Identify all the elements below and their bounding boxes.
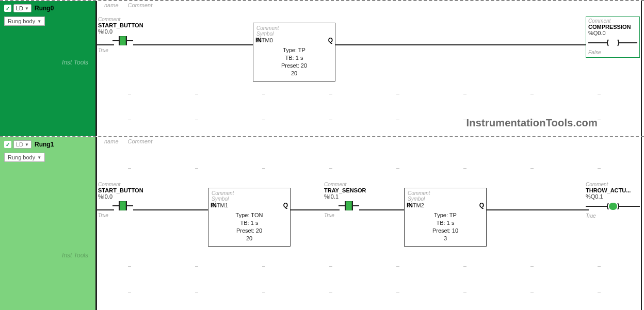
timer-in-pin: IN xyxy=(407,202,413,209)
rung0-name[interactable]: Rung0 xyxy=(35,5,54,12)
timer-tb-lbl: TB: xyxy=(285,55,294,61)
rung0-sidebar: ✓ LD ▼ Rung0 Rung body ▼ Inst Tools xyxy=(0,1,95,136)
rung1-name[interactable]: Rung1 xyxy=(35,141,54,148)
contact-tray-sensor[interactable]: Comment TRAY_SENSOR %I0.1 True xyxy=(324,182,366,218)
chevron-down-icon: ▼ xyxy=(25,6,29,11)
col-comment: Comment xyxy=(128,2,153,8)
contact-state: True xyxy=(98,47,143,53)
timer-in-pin: IN xyxy=(211,202,217,209)
timer-type-lbl: Type: xyxy=(283,47,297,53)
rung1-body-dropdown[interactable]: Rung body ▼ xyxy=(4,153,45,162)
timer-type-lbl: Type: xyxy=(434,212,448,218)
rung1-enable-check[interactable]: ✓ xyxy=(4,141,11,148)
wire xyxy=(133,209,208,210)
contact-comment: Comment xyxy=(98,182,143,187)
timer-symbol-hint: Symbol xyxy=(212,196,287,202)
timer-current: 20 xyxy=(256,70,332,77)
watermark: InstrumentationTools.com xyxy=(466,117,598,129)
contact-state: True xyxy=(324,213,366,218)
timer-symbol: %TM1 xyxy=(212,202,287,208)
rung0-enable-check[interactable]: ✓ xyxy=(4,5,11,12)
contact-start-button[interactable]: Comment START_BUTTON %I0.0 True xyxy=(98,17,143,53)
watermark-small: Inst Tools xyxy=(62,59,88,66)
contact-symbol: START_BUTTON xyxy=(98,22,143,28)
contact-symbol: TRAY_SENSOR xyxy=(324,187,366,193)
chevron-down-icon: ▼ xyxy=(37,155,41,160)
timer-tm1[interactable]: Comment Symbol %TM1 IN Q Type: TON TB: 1… xyxy=(208,188,291,247)
timer-tb: 1 s xyxy=(296,55,303,61)
timer-q-pin: Q xyxy=(283,202,288,209)
coil-state: False xyxy=(588,50,637,55)
timer-q-pin: Q xyxy=(479,202,484,209)
timer-current: 3 xyxy=(408,235,483,242)
rung0-lang-dropdown[interactable]: LD ▼ xyxy=(13,4,31,12)
timer-tb: 1 s xyxy=(447,220,455,226)
coil-state: True xyxy=(586,213,640,219)
rung-1: ✓ LD ▼ Rung1 Rung body ▼ Inst Tools name… xyxy=(0,136,644,310)
timer-tb: 1 s xyxy=(251,220,259,226)
timer-comment: Comment xyxy=(408,190,483,196)
timer-type: TP xyxy=(449,212,457,218)
coil-address: %Q0.1 xyxy=(586,193,640,200)
timer-q-pin: Q xyxy=(328,37,333,44)
lang-label: LD xyxy=(16,5,23,11)
wire xyxy=(487,209,589,210)
timer-symbol-hint: Symbol xyxy=(256,31,332,37)
timer-tb-lbl: TB: xyxy=(240,220,249,226)
timer-preset-lbl: Preset: xyxy=(281,62,299,69)
rung-0: ✓ LD ▼ Rung0 Rung body ▼ Inst Tools name… xyxy=(0,0,644,136)
timer-preset-lbl: Preset: xyxy=(236,227,254,234)
timer-type-lbl: Type: xyxy=(236,212,250,218)
coil-symbol: COMPRESSION xyxy=(588,24,637,30)
chevron-down-icon: ▼ xyxy=(25,142,29,147)
rung1-sidebar: ✓ LD ▼ Rung1 Rung body ▼ Inst Tools xyxy=(0,137,95,310)
coil-symbol: THROW_ACTU... xyxy=(586,187,640,193)
contact-address: %I0.0 xyxy=(98,193,143,200)
col-name: name xyxy=(104,2,119,8)
contact-comment: Comment xyxy=(324,182,366,187)
wire xyxy=(335,44,586,45)
contact-state: True xyxy=(98,213,143,218)
coil-comment: Comment xyxy=(588,18,637,24)
timer-preset: 20 xyxy=(301,62,307,69)
rung0-body-dropdown[interactable]: Rung body ▼ xyxy=(4,17,45,26)
timer-tm2[interactable]: Comment Symbol %TM2 IN Q Type: TP TB: 1 … xyxy=(404,188,487,247)
timer-symbol: %TM0 xyxy=(256,37,332,43)
timer-symbol-hint: Symbol xyxy=(408,196,483,202)
timer-symbol: %TM2 xyxy=(408,202,483,208)
right-rail xyxy=(641,137,642,310)
timer-comment: Comment xyxy=(256,25,332,31)
timer-preset-lbl: Preset: xyxy=(432,227,450,234)
contact-start-button-2[interactable]: Comment START_BUTTON %I0.0 True xyxy=(98,182,143,218)
timer-preset: 10 xyxy=(452,227,458,234)
contact-comment: Comment xyxy=(98,17,143,22)
coil-compression[interactable]: Comment COMPRESSION %Q0.0 False xyxy=(586,17,640,58)
timer-in-pin: IN xyxy=(255,37,262,44)
lang-label: LD xyxy=(16,141,23,148)
rung1-canvas[interactable]: name Comment Comment START_BUTTON %I0.0 … xyxy=(95,137,644,310)
wire xyxy=(359,209,404,210)
contact-address: %I0.0 xyxy=(98,28,143,35)
timer-current: 20 xyxy=(212,235,287,242)
contact-address: %I0.1 xyxy=(324,193,366,200)
col-comment: Comment xyxy=(128,138,153,144)
contact-symbol: START_BUTTON xyxy=(98,187,143,193)
timer-comment: Comment xyxy=(212,190,287,196)
rung1-lang-dropdown[interactable]: LD ▼ xyxy=(13,140,31,149)
right-rail xyxy=(641,1,642,136)
timer-type: TON xyxy=(251,212,263,218)
timer-preset: 20 xyxy=(256,227,262,234)
timer-type: TP xyxy=(298,47,305,53)
watermark-small: Inst Tools xyxy=(62,252,88,259)
timer-tm0[interactable]: Comment Symbol %TM0 IN Q Type: TP TB: 1 … xyxy=(253,23,335,81)
coil-address: %Q0.0 xyxy=(588,30,637,36)
body-label: Rung body xyxy=(8,154,35,160)
coil-comment: Comment xyxy=(586,182,640,187)
body-label: Rung body xyxy=(8,18,35,24)
chevron-down-icon: ▼ xyxy=(37,19,41,24)
col-name: name xyxy=(104,138,119,144)
timer-tb-lbl: TB: xyxy=(437,220,445,226)
coil-throw-actuator[interactable]: Comment THROW_ACTU... %Q0.1 True xyxy=(586,182,640,219)
wire xyxy=(133,44,253,45)
rung0-canvas[interactable]: name Comment Comment START_BUTTON %I0.0 … xyxy=(95,1,644,136)
